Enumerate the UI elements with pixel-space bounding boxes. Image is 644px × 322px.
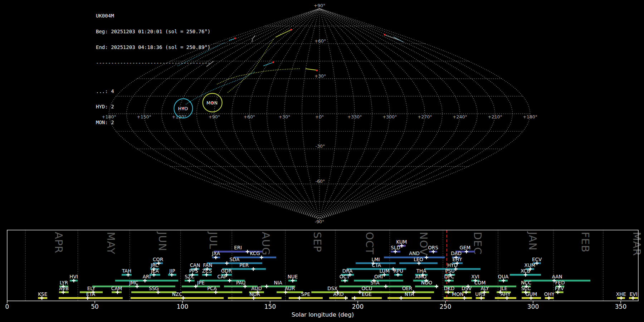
shower-URS: URS: [475, 291, 485, 300]
shower-label-PER: PER: [239, 262, 249, 268]
meteor-end-dot: [384, 34, 386, 36]
shower-label-ARI: ARI: [143, 274, 151, 279]
month-label-OCT: OCT: [364, 232, 376, 255]
shower-label-FAN: FAN: [203, 262, 212, 268]
shower-label-SPE: SPE: [301, 291, 310, 297]
shower-label-DPC: DPC: [444, 274, 454, 279]
shower-bar-SSG: [131, 291, 176, 293]
shower-label-EHY: EHY: [453, 257, 463, 262]
shower-ZCS: ZCS: [202, 268, 212, 277]
shower-bar-NZC: [131, 297, 224, 299]
shower-label-NZC: NZC: [172, 291, 182, 297]
shower-label-OCT: OCT: [340, 274, 350, 279]
shower-label-KCG: KCG: [250, 250, 260, 256]
count-sporadic: ...: 4: [96, 89, 210, 94]
shower-label-JRC: JRC: [150, 262, 158, 268]
meteor-trail-dotted: [228, 39, 274, 92]
shower-label-SCC: SCC: [521, 286, 531, 291]
shower-label-URS: URS: [475, 291, 485, 297]
shower-FEV: FEV: [555, 286, 564, 294]
shower-label-LUM: LUM: [380, 268, 390, 274]
shower-CAM: CAM: [111, 286, 122, 294]
header-gap: [96, 76, 210, 78]
shower-peak-AND: [425, 255, 428, 259]
shower-bar-STA: [339, 286, 411, 287]
month-label-JUL: JUL: [207, 231, 219, 249]
x-tick-label: 300: [527, 303, 539, 310]
month-label-JUN: JUN: [156, 231, 169, 251]
shower-label-KSE: KSE: [38, 291, 47, 297]
shower-HVI: HVI: [69, 274, 78, 282]
shower-bar-MON: [444, 297, 472, 299]
shower-JEA: JEA: [150, 268, 160, 277]
map-pole-label: +90°: [314, 3, 326, 8]
shower-label-AND: AND: [409, 250, 420, 256]
shower-peak-STA: [384, 285, 387, 288]
shower-label-JEA: JEA: [151, 268, 159, 274]
shower-label-CAM: CAM: [111, 286, 122, 291]
separator-line: --------------------------------------: [96, 60, 210, 66]
map-longitude-label: +330°: [347, 114, 362, 119]
shower-label-COM: COM: [474, 280, 486, 286]
x-tick-label: 200: [352, 303, 364, 310]
map-longitude-label: +240°: [453, 114, 467, 119]
shower-label-DSX: DSX: [327, 286, 337, 291]
shower-label-STA: STA: [371, 280, 380, 286]
shower-label-XCB: XCB: [521, 268, 530, 274]
shower-label-ERI: ERI: [234, 245, 242, 250]
shower-label-GEM: GEM: [460, 245, 471, 250]
shower-label-PSU: PSU: [445, 268, 455, 274]
shower-label-AAN: AAN: [552, 274, 562, 279]
shower-EVI: EVI: [629, 291, 638, 300]
shower-label-OER: OER: [402, 286, 413, 291]
x-tick-label: 0: [5, 303, 9, 310]
shower-label-RPU: RPU: [394, 268, 403, 274]
shower-OHY: OHY: [544, 291, 555, 300]
shower-bar-SPE: [289, 297, 323, 299]
x-tick-label: 50: [91, 303, 99, 310]
shower-label-FED: FED: [555, 280, 565, 286]
shower-QUA: QUA: [498, 274, 509, 282]
shower-bar-AUR: [277, 291, 303, 293]
shower-label-EVI: EVI: [630, 291, 638, 297]
shower-label-MON: MON: [452, 291, 463, 297]
shower-bars: KUMERISLDORSGEMJXAKCGANDDADCORSDALMILEOE…: [38, 239, 638, 300]
shower-bar-SDA: [207, 262, 262, 264]
meteor-end-dot: [316, 70, 318, 72]
shower-TAH: TAH: [122, 268, 132, 277]
shower-label-JLE: JLE: [500, 286, 507, 291]
shower-label-JIP: JIP: [169, 268, 175, 274]
shower-JXA: JXA: [212, 250, 220, 259]
shower-label-SLD: SLD: [391, 245, 400, 250]
shower-label-DRA: DRA: [342, 268, 353, 274]
shower-peak-KCG: [260, 255, 263, 259]
map-meridian: [319, 9, 425, 219]
shower-RPU: RPU: [394, 268, 403, 277]
begin-time: Beg: 20251203 01:20:01 (sol = 250.76°): [96, 29, 210, 34]
shower-label-AVB: AVB: [59, 286, 69, 291]
shower-label-DKD: DKD: [444, 286, 455, 291]
meteor-trail-dotted: [217, 69, 300, 84]
map-longitude-label: +60°: [243, 114, 255, 119]
shower-peak-SDA: [225, 262, 229, 265]
end-time: End: 20251203 04:18:36 (sol = 250.89°): [96, 45, 210, 50]
map-latitude-label: -60°: [316, 179, 325, 184]
shower-label-SDA: SDA: [230, 257, 240, 262]
shower-DPC: DPC: [444, 274, 454, 282]
shower-peak-NTA: [399, 296, 403, 300]
month-label-SEP: SEP: [311, 232, 323, 252]
map-longitude-label: +180°: [523, 114, 537, 119]
meteor-trail-solid: [275, 30, 291, 37]
shower-peak-PER: [252, 267, 255, 271]
shower-bar-JMC: [92, 286, 175, 287]
shower-label-FEV: FEV: [555, 286, 564, 291]
shower-label-COR: COR: [153, 257, 163, 262]
map-latitude-label: +30°: [314, 73, 326, 79]
meteor-trail-solid: [263, 63, 273, 66]
shower-label-NIA: NIA: [274, 280, 282, 286]
shower-bar-NTA: [387, 297, 431, 299]
shower-label-NTA: NTA: [405, 291, 414, 297]
shower-peak-NOO: [435, 285, 438, 288]
shower-label-LMI: LMI: [371, 257, 380, 262]
shower-bar-ETA: [59, 297, 123, 299]
